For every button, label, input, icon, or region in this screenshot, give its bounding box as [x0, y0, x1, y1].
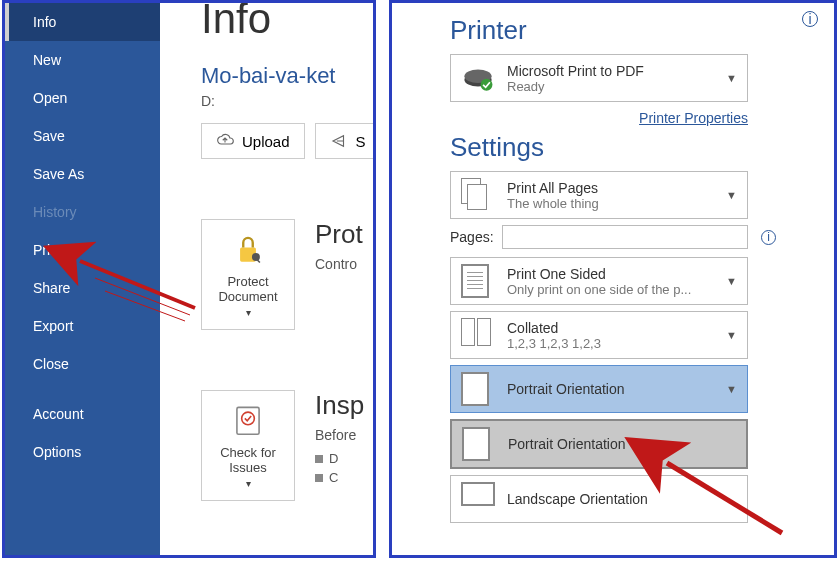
portrait-page-icon: [461, 372, 495, 406]
sidebar-item-open[interactable]: Open: [5, 79, 160, 117]
sidebar-item-save[interactable]: Save: [5, 117, 160, 155]
sidebar-item-export[interactable]: Export: [5, 307, 160, 345]
print-scope-selector[interactable]: Print All Pages The whole thing ▼: [450, 171, 748, 219]
sidebar-item-history: History: [5, 193, 160, 231]
chevron-down-icon: ▼: [726, 189, 737, 201]
sides-line1: Print One Sided: [507, 266, 726, 282]
chevron-down-icon: ▼: [726, 275, 737, 287]
inspect-bullet: D: [315, 449, 373, 468]
printer-name: Microsoft Print to PDF: [507, 63, 726, 79]
scope-line2: The whole thing: [507, 196, 726, 211]
landscape-option-label: Landscape Orientation: [507, 491, 737, 507]
portrait-page-icon: [462, 427, 496, 461]
collate-selector[interactable]: Collated 1,2,3 1,2,3 1,2,3 ▼: [450, 311, 748, 359]
protect-section-title: Prot: [315, 219, 373, 250]
check-issues-tile[interactable]: Check for Issues ▾: [201, 390, 295, 501]
document-path: D:: [201, 93, 373, 109]
inspect-section-title: Insp: [315, 390, 373, 421]
collate-line2: 1,2,3 1,2,3 1,2,3: [507, 336, 726, 351]
pages-input[interactable]: [502, 225, 748, 249]
sidebar-item-print[interactable]: Print: [5, 231, 160, 269]
scope-line1: Print All Pages: [507, 180, 726, 196]
inspect-bullet: C: [315, 468, 373, 487]
share-button-label: S: [356, 133, 366, 150]
protect-document-tile[interactable]: Protect Document ▾: [201, 219, 295, 330]
info-icon[interactable]: i: [761, 230, 776, 245]
file-sidebar: Info New Open Save Save As History Print…: [5, 3, 160, 555]
share-button[interactable]: S: [315, 123, 376, 159]
upload-button[interactable]: Upload: [201, 123, 305, 159]
portrait-option-label: Portrait Orientation: [508, 436, 736, 452]
inspect-section-sub: Before: [315, 427, 373, 443]
print-settings-panel: i Printer Microsoft Print to PDF Ready ▼…: [389, 0, 837, 558]
checklist-icon: [229, 401, 267, 439]
collate-icon: [461, 318, 495, 352]
orient-line1: Portrait Orientation: [507, 381, 726, 397]
page-lines-icon: [461, 264, 495, 298]
chevron-down-icon: ▼: [726, 329, 737, 341]
collate-line1: Collated: [507, 320, 726, 336]
pages-label: Pages:: [450, 229, 494, 245]
printer-status: Ready: [507, 79, 726, 94]
printer-properties-link[interactable]: Printer Properties: [450, 110, 748, 126]
chevron-down-icon: ▼: [726, 72, 737, 84]
upload-button-label: Upload: [242, 133, 290, 150]
svg-point-1: [252, 253, 260, 261]
orientation-option-portrait[interactable]: Portrait Orientation: [450, 419, 748, 469]
sidebar-item-account[interactable]: Account: [5, 395, 160, 433]
settings-heading: Settings: [450, 132, 814, 163]
sides-selector[interactable]: Print One Sided Only print on one side o…: [450, 257, 748, 305]
page-title: Info: [201, 0, 373, 43]
printer-selector[interactable]: Microsoft Print to PDF Ready ▼: [450, 54, 748, 102]
sidebar-item-close[interactable]: Close: [5, 345, 160, 383]
chevron-down-icon: ▼: [726, 383, 737, 395]
sidebar-item-save-as[interactable]: Save As: [5, 155, 160, 193]
printer-heading: Printer: [450, 15, 814, 46]
sidebar-item-share[interactable]: Share: [5, 269, 160, 307]
document-filename: Mo-bai-va-ket: [201, 63, 373, 89]
orientation-option-landscape[interactable]: Landscape Orientation: [450, 475, 748, 523]
protect-section-sub: Contro: [315, 256, 373, 272]
check-tile-label: Check for Issues: [208, 445, 288, 475]
backstage-left-panel: Info New Open Save Save As History Print…: [2, 0, 376, 558]
landscape-page-icon: [461, 482, 495, 516]
share-icon: [330, 132, 348, 150]
protect-tile-label: Protect Document: [208, 274, 288, 304]
info-icon[interactable]: i: [802, 11, 818, 27]
printer-icon: [461, 61, 495, 95]
svg-point-7: [481, 79, 493, 91]
info-content: Info Mo-bai-va-ket D: Upload S Protect D…: [163, 3, 373, 555]
sidebar-item-info[interactable]: Info: [5, 3, 160, 41]
sidebar-item-options[interactable]: Options: [5, 433, 160, 471]
orientation-selector[interactable]: Portrait Orientation ▼: [450, 365, 748, 413]
sides-line2: Only print on one side of the p...: [507, 282, 726, 297]
sidebar-item-new[interactable]: New: [5, 41, 160, 79]
pages-stack-icon: [461, 178, 495, 212]
lock-icon: [229, 230, 267, 268]
cloud-upload-icon: [216, 132, 234, 150]
